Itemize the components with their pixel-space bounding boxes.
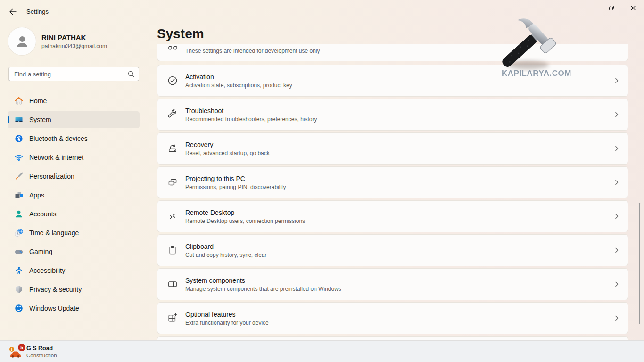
card-title: Activation (185, 73, 292, 81)
chevron-right-icon (613, 213, 620, 220)
card-description: Extra functionality for your device (185, 320, 269, 326)
sidebar-item-network-internet[interactable]: Network & internet (8, 149, 140, 166)
sidebar-item-time-language[interactable]: Time & language (8, 224, 140, 241)
card-description: Cut and copy history, sync, clear (185, 252, 267, 258)
titlebar: Settings (0, 0, 644, 23)
minimize-button[interactable] (579, 0, 601, 16)
taskbar: G S Road Construction 5 Search 1:51 PM 4… (0, 340, 644, 362)
widgets-button[interactable]: G S Road Construction 5 (6, 343, 60, 361)
accounts-icon (14, 209, 24, 219)
notification-badge: 5 (18, 344, 25, 351)
system-icon (14, 115, 24, 124)
search-input[interactable] (9, 67, 139, 81)
profile-name: RINI PATHAK (41, 33, 86, 41)
privacy-shield-icon (14, 285, 24, 294)
for-developers-icon (167, 45, 179, 51)
windows-update-icon (14, 304, 24, 313)
card-remote-desktop[interactable]: Remote DesktopRemote Desktop users, conn… (157, 200, 628, 232)
restore-icon (609, 5, 614, 11)
sidebar-item-bluetooth-devices[interactable]: Bluetooth & devices (8, 130, 140, 147)
chevron-right-icon (613, 247, 620, 254)
card-title: System components (185, 277, 341, 284)
card-title: Projecting to this PC (185, 175, 286, 182)
card-troubleshoot[interactable]: TroubleshootRecommended troubleshooters,… (157, 99, 628, 131)
projecting-screens-icon (167, 177, 178, 188)
apps-icon (14, 190, 24, 200)
card-projecting-to-this-pc[interactable]: Projecting to this PCPermissions, pairin… (157, 166, 628, 198)
paintbrush-icon (14, 172, 24, 181)
gaming-gamepad-icon (14, 247, 24, 256)
sidebar-item-label: Accounts (29, 210, 57, 218)
page-title: System (157, 26, 204, 41)
window-title: Settings (26, 8, 49, 15)
card-description: Remote Desktop users, connection permiss… (185, 218, 305, 224)
chevron-right-icon (613, 111, 620, 118)
widget-subtitle: Construction (26, 352, 57, 359)
bluetooth-icon (14, 134, 24, 143)
sidebar-item-windows-update[interactable]: Windows Update (8, 300, 140, 317)
sidebar-item-label: Bluetooth & devices (29, 135, 88, 142)
system-components-icon (167, 279, 178, 290)
chevron-right-icon (613, 179, 620, 186)
clipboard-icon (167, 245, 178, 256)
accessibility-icon (14, 266, 24, 275)
sidebar-item-label: Accessibility (29, 267, 65, 274)
sidebar-item-label: Apps (29, 191, 44, 199)
card-system-components[interactable]: System componentsManage system component… (157, 268, 628, 300)
back-arrow-icon (9, 8, 17, 16)
sidebar-item-label: Time & language (29, 229, 79, 237)
search-icon (127, 70, 135, 78)
card-title: Troubleshoot (185, 107, 317, 115)
home-icon (14, 96, 24, 106)
sidebar-item-label: Home (29, 97, 47, 105)
card-description: Recommended troubleshooters, preferences… (185, 116, 317, 123)
sidebar-item-system[interactable]: System (8, 111, 140, 128)
restore-button[interactable] (601, 0, 622, 16)
card-title: Remote Desktop (185, 209, 305, 216)
optional-features-icon (167, 313, 178, 324)
wrench-icon (167, 109, 178, 120)
card-for-developers-partial[interactable]: These settings are intended for developm… (157, 44, 628, 61)
sidebar-item-label: Network & internet (29, 154, 83, 161)
sidebar-item-accessibility[interactable]: Accessibility (8, 262, 140, 279)
sidebar-item-privacy-security[interactable]: Privacy & security (8, 281, 140, 298)
find-setting-searchbox[interactable] (8, 67, 139, 81)
card-clipboard[interactable]: ClipboardCut and copy history, sync, cle… (157, 234, 628, 266)
sidebar-item-accounts[interactable]: Accounts (8, 206, 140, 222)
close-button[interactable] (622, 0, 644, 16)
time-language-icon (14, 228, 24, 238)
chevron-right-icon (613, 77, 620, 84)
chevron-right-icon (613, 280, 620, 288)
sidebar-item-label: Gaming (29, 248, 52, 255)
remote-desktop-icon (167, 211, 178, 222)
sidebar-item-personalization[interactable]: Personalization (8, 168, 140, 185)
chevron-right-icon (613, 314, 620, 322)
watermark-text: KAPILARYA.COM (502, 69, 571, 78)
card-description: Permissions, pairing PIN, discoverabilit… (185, 184, 286, 190)
chevron-right-icon (613, 145, 620, 152)
scrollbar-thumb[interactable] (639, 203, 640, 324)
sidebar-item-label: Personalization (29, 173, 74, 180)
sidebar-item-home[interactable]: Home (8, 92, 140, 109)
sidebar-item-gaming[interactable]: Gaming (8, 243, 140, 260)
widget-title: G S Road (26, 345, 57, 352)
sidebar-item-apps[interactable]: Apps (8, 187, 140, 204)
back-button[interactable] (6, 5, 20, 18)
activation-check-icon (167, 75, 178, 86)
avatar[interactable] (8, 27, 36, 55)
sidebar-item-label: System (29, 116, 51, 123)
card-description: Manage system components that are preins… (185, 286, 341, 292)
card-description: Reset, advanced startup, go back (185, 150, 270, 156)
card-description: Activation state, subscriptions, product… (185, 82, 292, 89)
card-recovery[interactable]: RecoveryReset, advanced startup, go back (157, 132, 628, 165)
recovery-reset-icon (167, 143, 178, 154)
network-wifi-icon (14, 153, 24, 162)
selected-indicator (8, 116, 9, 123)
person-icon (14, 33, 30, 49)
minimize-icon (587, 5, 593, 11)
card-title: Clipboard (185, 243, 267, 250)
card-title: Recovery (185, 141, 270, 148)
profile-email: pathakrini343@gmail.com (41, 43, 107, 49)
card-optional-features[interactable]: Optional featuresExtra functionality for… (157, 302, 628, 334)
close-icon (630, 5, 636, 11)
